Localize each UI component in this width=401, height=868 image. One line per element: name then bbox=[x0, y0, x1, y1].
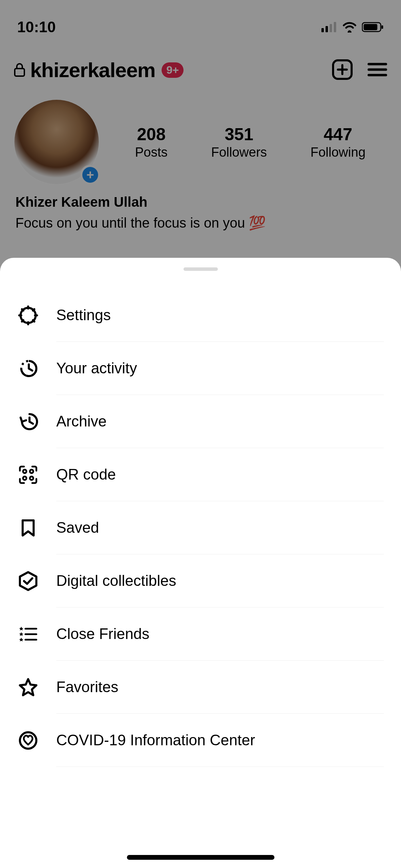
archive-icon bbox=[17, 411, 39, 433]
menu-item-collectibles[interactable]: Digital collectibles bbox=[0, 554, 401, 607]
close-friends-icon bbox=[17, 623, 39, 645]
collectibles-icon bbox=[17, 570, 39, 592]
menu-item-label: Favorites bbox=[56, 661, 384, 714]
menu-item-activity[interactable]: Your activity bbox=[0, 342, 401, 395]
menu-item-label: Digital collectibles bbox=[56, 554, 384, 607]
menu-sheet: Settings Your activity Archive QR code S bbox=[0, 258, 401, 868]
menu-item-label: Saved bbox=[56, 501, 384, 554]
menu-item-archive[interactable]: Archive bbox=[0, 395, 401, 448]
menu-item-settings[interactable]: Settings bbox=[0, 289, 401, 342]
svg-point-25 bbox=[30, 470, 33, 473]
svg-marker-32 bbox=[19, 627, 23, 630]
svg-point-26 bbox=[23, 477, 26, 480]
menu-item-label: COVID-19 Information Center bbox=[56, 714, 384, 767]
menu-item-label: Archive bbox=[56, 395, 384, 448]
svg-marker-35 bbox=[20, 679, 36, 695]
qr-icon bbox=[17, 464, 39, 486]
menu-item-covid[interactable]: COVID-19 Information Center bbox=[0, 714, 401, 767]
menu-list: Settings Your activity Archive QR code S bbox=[0, 289, 401, 767]
svg-marker-33 bbox=[19, 632, 23, 636]
menu-item-label: QR code bbox=[56, 448, 384, 501]
menu-item-favorites[interactable]: Favorites bbox=[0, 661, 401, 714]
svg-line-20 bbox=[33, 320, 34, 322]
svg-line-21 bbox=[33, 309, 34, 311]
bookmark-icon bbox=[17, 517, 39, 539]
menu-item-saved[interactable]: Saved bbox=[0, 501, 401, 554]
covid-icon bbox=[17, 730, 39, 751]
svg-point-36 bbox=[20, 732, 36, 749]
svg-marker-34 bbox=[19, 638, 23, 641]
gear-icon bbox=[17, 304, 39, 326]
menu-item-close-friends[interactable]: Close Friends bbox=[0, 607, 401, 661]
star-icon bbox=[17, 676, 39, 698]
menu-item-label: Settings bbox=[56, 289, 384, 342]
menu-item-label: Your activity bbox=[56, 342, 384, 395]
menu-item-label: Close Friends bbox=[56, 607, 384, 661]
svg-line-19 bbox=[22, 309, 23, 311]
activity-icon bbox=[17, 358, 39, 379]
svg-line-22 bbox=[22, 320, 23, 322]
menu-item-qr[interactable]: QR code bbox=[0, 448, 401, 501]
home-indicator[interactable] bbox=[127, 855, 274, 860]
svg-point-24 bbox=[23, 470, 26, 473]
svg-point-27 bbox=[30, 477, 33, 480]
svg-marker-28 bbox=[20, 572, 36, 590]
sheet-grabber[interactable] bbox=[184, 267, 218, 271]
